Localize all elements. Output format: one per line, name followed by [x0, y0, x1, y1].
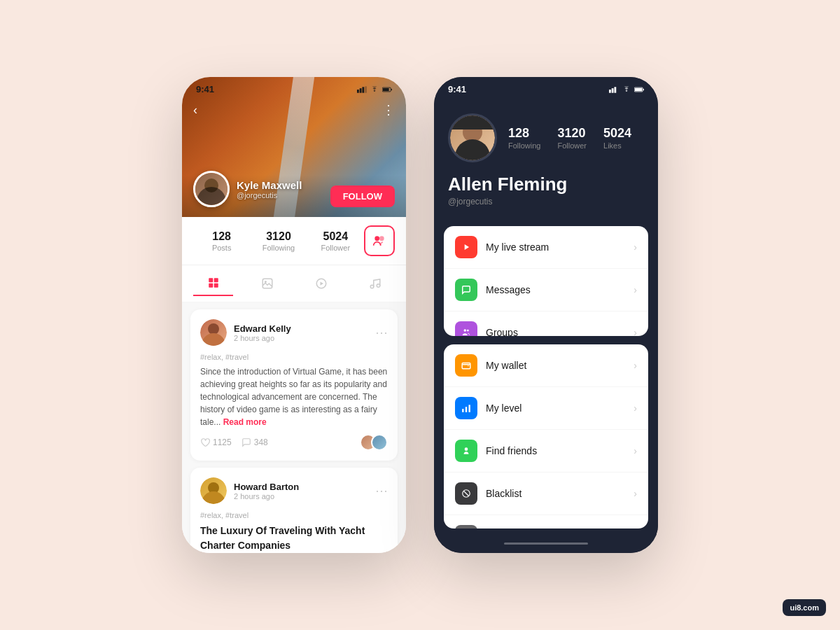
post-tags-1: #relax, #travel — [200, 353, 388, 361]
svg-rect-3 — [365, 86, 367, 92]
chevron-icon-7: › — [634, 488, 637, 499]
stat-posts: 128 Posts — [193, 230, 250, 252]
svg-rect-29 — [469, 405, 470, 412]
status-bar-light: 9:41 — [182, 77, 406, 99]
like-action[interactable]: 1125 — [200, 438, 232, 447]
chevron-icon-1: › — [634, 241, 637, 253]
heart-icon — [200, 438, 210, 447]
chevron-icon-4: › — [634, 360, 637, 371]
post-header-1: Edward Kelly 2 hours ago ⋯ — [200, 319, 388, 346]
post-avatar-stack — [360, 434, 388, 451]
more-button[interactable]: ⋮ — [382, 102, 395, 118]
livestream-icon — [455, 236, 477, 258]
svg-point-7 — [374, 236, 379, 241]
status-icons-light — [357, 86, 392, 93]
wifi-icon-dark — [622, 86, 631, 93]
svg-rect-19 — [612, 88, 614, 93]
svg-rect-28 — [465, 407, 467, 412]
svg-rect-26 — [462, 363, 470, 369]
stats-row-light: 128 Posts 3120 Following 5024 Follower — [182, 217, 406, 265]
post-meta-2: Howard Barton 2 hours ago — [234, 482, 368, 500]
svg-point-16 — [370, 285, 374, 288]
post-more-2[interactable]: ⋯ — [375, 483, 388, 498]
chevron-icon-2: › — [634, 284, 637, 295]
menu-item-find-friends[interactable]: Find friends › — [444, 430, 648, 472]
wallet-icon — [455, 354, 477, 377]
post-text-2: The Luxury Of Traveling With Yacht Chart… — [200, 524, 388, 553]
music-icon — [369, 277, 382, 290]
dark-stat-likes: 5024 Likes — [603, 126, 631, 150]
dark-profile-top: 128 Following 3120 Follower 5024 Likes — [448, 113, 644, 162]
stat-icon-button[interactable] — [364, 225, 395, 256]
svg-point-14 — [264, 281, 266, 283]
menu-item-messages[interactable]: Messages › — [444, 269, 648, 312]
chevron-icon-6: › — [634, 445, 637, 456]
stat-following: 3120 Following — [250, 230, 307, 252]
tab-image[interactable] — [247, 271, 287, 296]
svg-point-25 — [467, 330, 469, 332]
level-icon — [455, 397, 477, 419]
menu-item-level[interactable]: My level › — [444, 387, 648, 430]
post-tags-2: #relax, #travel — [200, 511, 388, 519]
menu-section-1: My live stream › Messages › Groups › — [444, 226, 648, 336]
dark-stat-following: 128 Following — [508, 126, 540, 150]
signal-icon-light — [357, 86, 367, 93]
svg-point-30 — [465, 447, 468, 451]
svg-rect-12 — [214, 284, 218, 288]
play-icon — [315, 277, 328, 290]
svg-rect-5 — [383, 88, 389, 90]
status-time-dark: 9:41 — [448, 84, 466, 94]
svg-rect-1 — [360, 88, 362, 93]
svg-rect-9 — [209, 278, 213, 282]
phone-dark: 9:41 — [434, 77, 658, 553]
signal-icon-dark — [609, 86, 619, 93]
dark-stat-follower: 3120 Follower — [557, 126, 587, 150]
dark-avatar-img — [450, 115, 495, 160]
svg-rect-6 — [391, 88, 392, 90]
post-avatar-2 — [200, 477, 227, 504]
dark-profile-handle: @jorgecutis — [448, 197, 644, 206]
svg-rect-10 — [214, 278, 218, 282]
menu-item-blacklist[interactable]: Blacklist › — [444, 472, 648, 515]
dark-profile-name: Allen Fleming — [448, 174, 644, 195]
battery-icon-light — [382, 86, 392, 93]
svg-point-8 — [379, 236, 384, 241]
follow-button[interactable]: FOLLOW — [330, 186, 395, 207]
post-avatar-1 — [200, 319, 227, 346]
svg-rect-0 — [357, 90, 359, 93]
profile-name-light: Kyle Maxwell — [237, 179, 302, 191]
menu-item-groups[interactable]: Groups › — [444, 312, 648, 336]
menu-item-wallet[interactable]: My wallet › — [444, 344, 648, 387]
dark-body: 128 Following 3120 Follower 5024 Likes — [434, 77, 658, 553]
blacklist-icon — [455, 482, 477, 505]
chevron-icon-5: › — [634, 402, 637, 414]
post-card-2: Howard Barton 2 hours ago ⋯ #relax, #tra… — [190, 468, 398, 553]
tab-play[interactable] — [301, 271, 341, 296]
tab-grid[interactable] — [193, 271, 233, 296]
tab-music[interactable] — [355, 271, 395, 296]
menu-item-settings[interactable]: Settings › — [444, 515, 648, 528]
comment-icon — [241, 438, 251, 447]
profile-handle-light: @jorgecutis — [237, 191, 302, 200]
post-more-1[interactable]: ⋯ — [375, 325, 388, 340]
feed: Edward Kelly 2 hours ago ⋯ #relax, #trav… — [182, 302, 406, 553]
home-indicator-dark — [504, 542, 588, 545]
settings-icon — [455, 525, 477, 528]
svg-rect-22 — [635, 88, 643, 90]
dark-avatar — [448, 113, 497, 162]
comment-action[interactable]: 348 — [241, 438, 268, 447]
battery-icon-dark — [634, 86, 644, 93]
watermark: ui8.com — [783, 599, 826, 616]
read-more-1[interactable]: Read more — [223, 417, 267, 427]
menu-section-2: My wallet › My level › Find friends › — [444, 344, 648, 528]
svg-rect-18 — [609, 90, 611, 93]
back-button[interactable]: ‹ — [193, 102, 197, 118]
post-header-2: Howard Barton 2 hours ago ⋯ — [200, 477, 388, 504]
stat-follower: 5024 Follower — [307, 230, 364, 252]
dark-stats: 128 Following 3120 Follower 5024 Likes — [508, 126, 631, 150]
svg-rect-27 — [462, 409, 463, 412]
grid-icon — [207, 276, 220, 289]
people-icon — [372, 234, 386, 248]
hero-nav: ‹ ⋮ — [182, 102, 406, 118]
menu-item-livestream[interactable]: My live stream › — [444, 226, 648, 269]
